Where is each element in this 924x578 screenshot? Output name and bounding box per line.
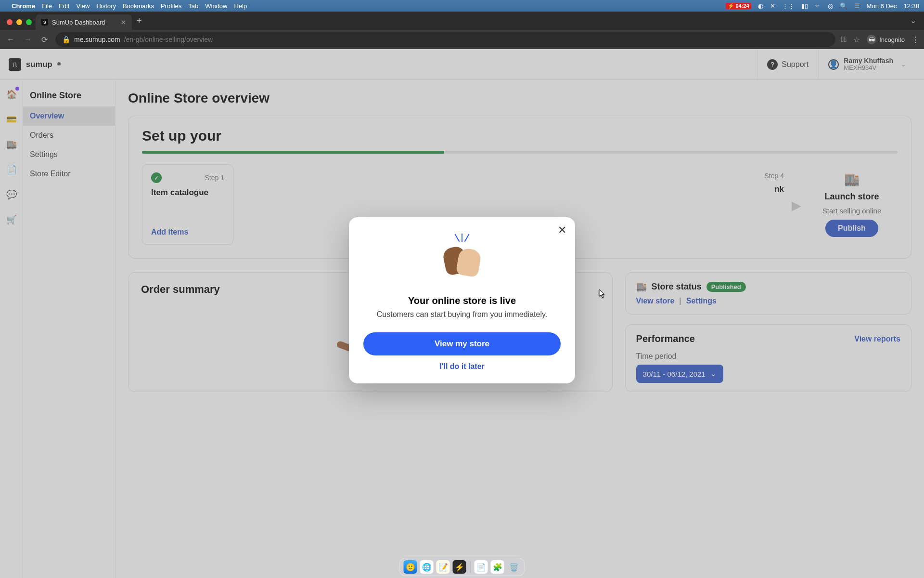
dock-separator bbox=[470, 561, 471, 573]
dock-app-icon[interactable]: ⚡ bbox=[453, 560, 466, 574]
status-icon[interactable]: ◎ bbox=[828, 2, 833, 10]
status-icon[interactable]: ⋮⋮ bbox=[782, 2, 795, 10]
bookmark-icon[interactable]: ☆ bbox=[853, 35, 860, 44]
incognito-indicator[interactable]: 🕶 Incognito bbox=[867, 35, 905, 44]
status-icon[interactable]: ✕ bbox=[770, 2, 775, 10]
macos-dock: 🙂 🌐 📝 ⚡ 📄 🧩 🗑️ bbox=[399, 558, 525, 576]
minimize-window-button[interactable] bbox=[16, 19, 22, 25]
close-window-button[interactable] bbox=[7, 19, 13, 25]
tab-overflow-icon[interactable]: ⌄ bbox=[906, 16, 920, 30]
menubar-item[interactable]: Bookmarks bbox=[123, 2, 154, 10]
dock-finder-icon[interactable]: 🙂 bbox=[404, 560, 417, 574]
menubar-item[interactable]: Help bbox=[234, 2, 247, 10]
wifi-icon[interactable]: ᯤ bbox=[815, 2, 821, 10]
tab-title: SumUp Dashboard bbox=[52, 19, 105, 26]
store-live-modal: ✕ Your online store is live Customers ca… bbox=[349, 217, 575, 383]
dock-textedit-icon[interactable]: 📄 bbox=[475, 560, 488, 574]
browser-tab[interactable]: S SumUp Dashboard ✕ bbox=[36, 14, 132, 30]
tab-strip: S SumUp Dashboard ✕ + ⌄ bbox=[0, 12, 924, 30]
menubar-item[interactable]: File bbox=[42, 2, 52, 10]
url-host: me.sumup.com bbox=[74, 36, 120, 43]
menubar-item[interactable]: Window bbox=[205, 2, 227, 10]
menubar-item[interactable]: Profiles bbox=[161, 2, 181, 10]
incognito-icon: 🕶 bbox=[867, 35, 876, 44]
dock-app-icon[interactable]: 🧩 bbox=[491, 560, 504, 574]
menubar-app[interactable]: Chrome bbox=[12, 2, 35, 10]
spotlight-icon[interactable]: 🔍 bbox=[840, 2, 847, 10]
forward-button[interactable]: → bbox=[22, 34, 34, 45]
new-tab-button[interactable]: + bbox=[132, 16, 147, 30]
menubar-time[interactable]: 12:38 bbox=[903, 2, 919, 10]
app-viewport: ⎍ sumup® ? Support 👤 Ramy Khuffash MEXH9… bbox=[0, 49, 924, 578]
menubar-item[interactable]: History bbox=[96, 2, 116, 10]
favicon-icon: S bbox=[41, 19, 48, 26]
battery-icon[interactable]: ▮▯ bbox=[801, 2, 808, 10]
macos-menubar: Chrome File Edit View History Bookmarks … bbox=[0, 0, 924, 12]
fullscreen-window-button[interactable] bbox=[26, 19, 32, 25]
menubar-item[interactable]: View bbox=[76, 2, 90, 10]
dock-notes-icon[interactable]: 📝 bbox=[436, 560, 450, 574]
do-it-later-button[interactable]: I'll do it later bbox=[439, 362, 485, 371]
menubar-item[interactable]: Edit bbox=[59, 2, 69, 10]
browser-menu-icon[interactable]: ⋮ bbox=[911, 35, 919, 44]
address-bar[interactable]: 🔒 me.sumup.com/en-gb/online-selling/over… bbox=[55, 32, 835, 47]
browser-window: S SumUp Dashboard ✕ + ⌄ ← → ⟳ 🔒 me.sumup… bbox=[0, 12, 924, 578]
modal-title: Your online store is live bbox=[408, 295, 516, 306]
url-path: /en-gb/online-selling/overview bbox=[124, 36, 213, 43]
reload-button[interactable]: ⟳ bbox=[39, 34, 50, 45]
modal-body: Customers can start buying from you imme… bbox=[377, 310, 548, 319]
tracking-icon[interactable]: 👁̸ bbox=[841, 35, 847, 44]
dock-chrome-icon[interactable]: 🌐 bbox=[420, 560, 434, 574]
menubar-item[interactable]: Tab bbox=[188, 2, 198, 10]
status-icon[interactable]: ◐ bbox=[758, 2, 763, 10]
close-tab-icon[interactable]: ✕ bbox=[121, 19, 126, 26]
back-button[interactable]: ← bbox=[5, 34, 16, 45]
close-modal-button[interactable]: ✕ bbox=[558, 224, 566, 236]
window-controls bbox=[4, 19, 36, 30]
clap-illustration bbox=[440, 235, 484, 283]
incognito-label: Incognito bbox=[879, 36, 905, 43]
lock-icon: 🔒 bbox=[62, 36, 70, 43]
toolbar: ← → ⟳ 🔒 me.sumup.com/en-gb/online-sellin… bbox=[0, 30, 924, 49]
control-center-icon[interactable]: ☰ bbox=[854, 2, 860, 10]
menubar-date[interactable]: Mon 6 Dec bbox=[867, 2, 897, 10]
view-my-store-button[interactable]: View my store bbox=[363, 332, 561, 355]
battery-status-icon[interactable]: ⚡04:24 bbox=[726, 3, 751, 9]
dock-trash-icon[interactable]: 🗑️ bbox=[507, 560, 521, 574]
